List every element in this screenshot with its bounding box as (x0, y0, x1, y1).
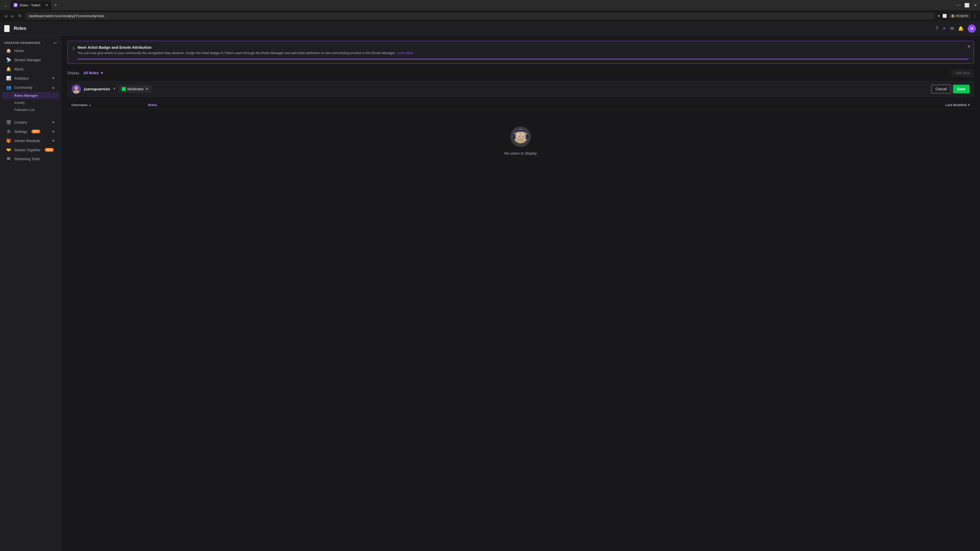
sidebar-item-content[interactable]: 🎬 Content ▼ (2, 118, 59, 127)
tablet-icon[interactable]: ⬜ (942, 14, 947, 18)
settings-icon: ⚙ (6, 129, 11, 134)
banner-link[interactable]: Learn More (396, 51, 414, 55)
app: ☰ Roles ? ✦ ✉ 🔔 M CREATOR DASHBOARD ↩ 🏠 … (0, 21, 980, 551)
sidebar-item-analytics[interactable]: 📊 Analytics ▼ (2, 74, 59, 83)
streaming-tools-icon: 🛠 (6, 157, 11, 161)
analytics-chevron-icon: ▼ (52, 76, 55, 80)
notification-icon[interactable]: 🔔 (958, 26, 964, 32)
sidebar-item-settings[interactable]: ⚙ Settings NEW ▼ (2, 127, 59, 136)
stream-manager-icon: 📡 (6, 57, 11, 62)
banner-text: You can now give artists in your communi… (78, 51, 969, 56)
banner-close-btn[interactable]: ✕ (967, 44, 970, 49)
empty-avatar (511, 127, 531, 147)
browser-chrome: ⌄ Roles - Twitch ✕ + — ⬜ ✕ ◀ ▶ ↻ ★ ⬜ 🕵 I… (0, 0, 980, 21)
tab-title: Roles - Twitch (20, 3, 40, 7)
tab-close-btn[interactable]: ✕ (45, 3, 48, 7)
svg-point-10 (519, 135, 519, 136)
roles-dropdown[interactable]: All Roles ▼ (81, 70, 106, 76)
empty-text: No users to display (504, 151, 537, 156)
back-btn[interactable]: ◀ (3, 13, 8, 19)
maximize-btn[interactable]: ⬜ (963, 2, 970, 9)
banner-content: New! Artist Badge and Emote Attribution … (78, 45, 969, 59)
user-row-actions: Cancel Save (931, 85, 969, 94)
col-roles-header[interactable]: Roles (148, 103, 945, 107)
dropdown-chevron-icon: ▼ (100, 71, 104, 75)
avatar[interactable]: M (968, 24, 976, 33)
username: juansguarnizo (84, 87, 110, 91)
main-layout: CREATOR DASHBOARD ↩ 🏠 Home 📡 Stream Mana… (0, 36, 980, 551)
table-header: Username ▲ Roles Last Modified ⇅ (67, 101, 974, 109)
sidebar-item-streaming-tools[interactable]: 🛠 Streaming Tools (2, 155, 59, 163)
star-icon[interactable]: ★ (937, 14, 940, 18)
help-icon[interactable]: ? (935, 26, 938, 31)
active-tab[interactable]: Roles - Twitch ✕ (11, 0, 51, 10)
svg-point-12 (516, 137, 518, 138)
viewer-rewards-chevron-icon: ▼ (52, 139, 55, 143)
alerts-icon: 🔔 (6, 67, 11, 71)
sidebar-item-community[interactable]: 👥 Community ▲ (2, 83, 59, 92)
svg-point-11 (523, 135, 523, 136)
role-remove-btn[interactable]: ✕ (145, 86, 148, 91)
sidebar-item-stream-together[interactable]: 🤝 Stream Together NEW (2, 145, 59, 154)
cancel-btn[interactable]: Cancel (931, 85, 951, 94)
topbar-right: ? ✦ ✉ 🔔 M (935, 24, 976, 33)
minimize-btn[interactable]: — (955, 2, 961, 9)
analytics-icon: 📊 (6, 76, 11, 81)
modified-sort-icon: ⇅ (968, 103, 970, 106)
user-avatar (72, 84, 81, 94)
address-bar: ◀ ▶ ↻ ★ ⬜ 🕵 Incognito ⋮ (0, 10, 980, 21)
display-label: Display (67, 71, 79, 75)
tab-favicon (14, 3, 18, 7)
role-badge: ✓ Moderator ✕ (119, 85, 151, 93)
save-btn[interactable]: Save (953, 85, 969, 94)
stream-together-icon: 🤝 (6, 148, 11, 152)
settings-new-badge: NEW (32, 130, 40, 133)
incognito-badge: 🕵 Incognito (949, 14, 970, 18)
content-icon: 🎬 (6, 120, 11, 125)
banner-title: New! Artist Badge and Emote Attribution (78, 45, 969, 49)
community-chevron-icon: ▲ (52, 86, 55, 89)
add-role-btn[interactable]: + (113, 86, 116, 92)
tab-bar: ⌄ Roles - Twitch ✕ + — ⬜ ✕ (0, 0, 980, 10)
sidebar-item-viewer-rewards[interactable]: 🎁 Viewer Rewards ▼ (2, 136, 59, 145)
mail-icon[interactable]: ✉ (950, 26, 954, 32)
sidebar-item-alerts[interactable]: 🔔 Alerts (2, 65, 59, 73)
stream-together-new-badge: NEW (45, 148, 54, 152)
topbar: ☰ Roles ? ✦ ✉ 🔔 M (0, 21, 980, 36)
svg-point-13 (523, 137, 525, 138)
settings-chevron-icon: ▼ (52, 130, 55, 133)
sidebar-item-roles-manager[interactable]: Roles Manager (2, 92, 59, 99)
sidebar-item-stream-manager[interactable]: 📡 Stream Manager (2, 56, 59, 64)
new-tab-btn[interactable]: + (52, 2, 59, 9)
col-modified-header[interactable]: Last Modified ⇅ (945, 103, 970, 107)
add-new-btn[interactable]: Add New (951, 69, 974, 77)
sidebar: CREATOR DASHBOARD ↩ 🏠 Home 📡 Stream Mana… (0, 36, 61, 551)
addr-icons: ★ ⬜ 🕵 Incognito ⋮ (937, 13, 977, 19)
boost-icon[interactable]: ✦ (942, 26, 946, 32)
sidebar-item-activity[interactable]: Activity (2, 99, 59, 106)
banner-info-icon: ℹ (73, 46, 75, 59)
tab-group-btn[interactable]: ⌄ (2, 2, 10, 9)
sidebar-item-followers-list[interactable]: Followers List (2, 106, 59, 113)
username-sort-icon: ▲ (89, 103, 91, 106)
role-name: Moderator (127, 87, 144, 91)
reload-btn[interactable]: ↻ (18, 13, 23, 19)
page-title: Roles (14, 26, 26, 31)
col-username-header[interactable]: Username ▲ (72, 103, 148, 107)
user-edit-row: juansguarnizo + ✓ Moderator ✕ Cancel Sav… (67, 81, 974, 97)
banner-border (78, 59, 969, 59)
sidebar-collapse-btn[interactable]: ↩ (54, 41, 57, 45)
viewer-rewards-icon: 🎁 (6, 138, 11, 143)
home-icon: 🏠 (6, 48, 11, 53)
community-icon: 👥 (6, 85, 11, 90)
forward-btn[interactable]: ▶ (10, 13, 15, 19)
window-close-btn[interactable]: ✕ (973, 2, 978, 9)
sidebar-section-label: CREATOR DASHBOARD ↩ (0, 39, 61, 46)
content-chevron-icon: ▼ (52, 121, 55, 124)
sidebar-item-home[interactable]: 🏠 Home (2, 46, 59, 55)
url-input[interactable] (25, 13, 935, 19)
menu-dots-icon[interactable]: ⋮ (972, 13, 977, 19)
svg-rect-5 (526, 134, 528, 139)
menu-toggle-btn[interactable]: ☰ (4, 25, 10, 32)
svg-point-1 (75, 86, 78, 90)
